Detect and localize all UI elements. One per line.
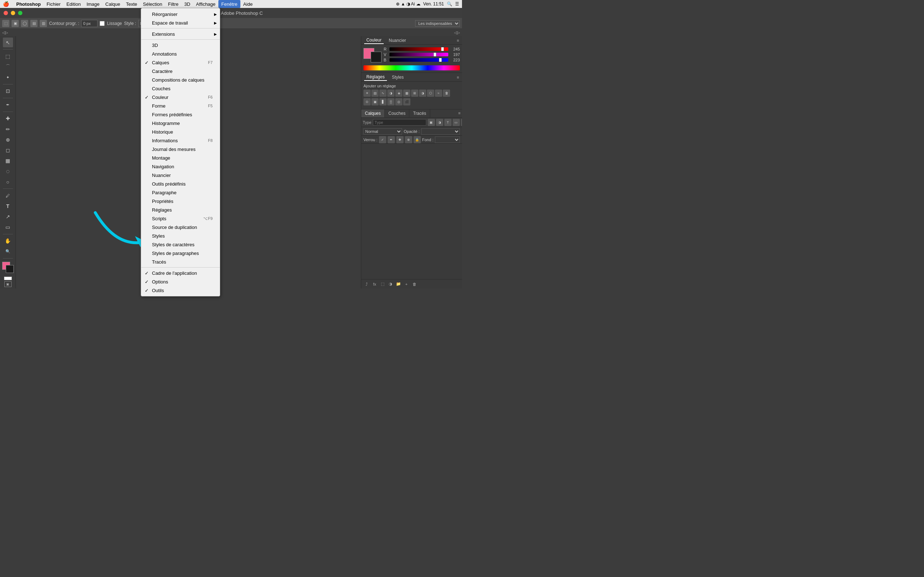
- menu-styles[interactable]: Styles: [141, 232, 220, 240]
- menu-proprietes[interactable]: Propriétés: [141, 197, 220, 205]
- lock-pixels-btn[interactable]: ✓: [379, 136, 386, 143]
- magic-wand-btn[interactable]: ✦: [3, 72, 13, 82]
- r-thumb[interactable]: [441, 47, 444, 51]
- menu-selection[interactable]: Sélection: [140, 0, 165, 8]
- adj-selectivecolor-icon[interactable]: ◎: [395, 98, 402, 105]
- clone-btn[interactable]: ⊕: [3, 135, 13, 144]
- menu-montage[interactable]: Montage: [141, 153, 220, 162]
- blend-mode-select[interactable]: Normal: [363, 128, 402, 135]
- layer-text-filter[interactable]: T: [444, 119, 452, 126]
- menu-3d[interactable]: 3D: [141, 41, 220, 50]
- adj-levels-icon[interactable]: ▤: [371, 90, 379, 97]
- ellipse-marquee-icon[interactable]: ◯: [21, 20, 28, 27]
- adj-vibrance-icon[interactable]: ◈: [395, 90, 402, 97]
- row-marquee-icon[interactable]: ▥: [40, 20, 47, 27]
- menu-fichier[interactable]: Fichier: [44, 0, 64, 8]
- menu-nuancier[interactable]: Nuancier: [141, 171, 220, 179]
- lock-position-btn[interactable]: ✒: [388, 136, 395, 143]
- text-btn[interactable]: T: [3, 201, 13, 211]
- fenetre-dropdown-menu[interactable]: Réorganiser Espace de travail Extensions…: [141, 8, 220, 288]
- new-adj-btn[interactable]: ◑: [387, 281, 394, 287]
- eraser-btn[interactable]: ◻: [3, 145, 13, 155]
- menu-paragraphe[interactable]: Paragraphe: [141, 188, 220, 197]
- move-tool-btn[interactable]: ↖: [3, 37, 13, 47]
- blur-btn[interactable]: ◌: [3, 166, 13, 176]
- menu-filtre[interactable]: Filtre: [165, 0, 182, 8]
- dodge-btn[interactable]: ○: [3, 177, 13, 187]
- menu-traces[interactable]: Tracés: [141, 258, 220, 266]
- menu-navigation[interactable]: Navigation: [141, 162, 220, 171]
- bg-color-swatch[interactable]: [6, 265, 14, 273]
- column-marquee-icon[interactable]: ▤: [31, 20, 37, 27]
- menu-aide[interactable]: Aide: [240, 0, 256, 8]
- marquee-tool-btn[interactable]: ⬚: [3, 51, 13, 61]
- menu-source-duplication[interactable]: Source de duplication: [141, 223, 220, 232]
- menu-outils-predef[interactable]: Outils prédéfinis: [141, 179, 220, 188]
- menu-texte[interactable]: Texte: [123, 0, 140, 8]
- rect-marquee-icon[interactable]: ▣: [11, 20, 19, 27]
- adj-threshold-icon[interactable]: ▋: [379, 98, 387, 105]
- adj-exposure-icon[interactable]: ◑: [387, 90, 395, 97]
- spectrum-bar[interactable]: [363, 65, 460, 71]
- layers-panel-menu[interactable]: ≡: [457, 110, 462, 118]
- adj-gradient-icon[interactable]: ▒: [387, 98, 395, 105]
- zoom-btn[interactable]: 🔍: [3, 247, 13, 256]
- layers-search-input[interactable]: [373, 119, 426, 126]
- adj-colorbalance-icon[interactable]: ⊞: [411, 90, 418, 97]
- adj-panel-close[interactable]: ≡: [457, 75, 459, 79]
- color-preview-container[interactable]: [363, 48, 381, 63]
- adj-trash-icon[interactable]: 🗑: [443, 90, 450, 97]
- pen-btn[interactable]: 🖊: [3, 191, 13, 200]
- menu-caractere[interactable]: Caractère: [141, 67, 220, 76]
- b-slider[interactable]: [389, 58, 448, 62]
- menu-reglages[interactable]: Réglages: [141, 205, 220, 214]
- healing-btn[interactable]: ✚: [3, 114, 13, 124]
- lissage-checkbox[interactable]: [100, 21, 104, 26]
- b-thumb[interactable]: [439, 58, 442, 62]
- tab-traces[interactable]: Tracés: [409, 110, 430, 118]
- menu-3d[interactable]: 3D: [181, 0, 193, 8]
- menu-calques[interactable]: ✓ Calques F7: [141, 58, 220, 67]
- notification-icon[interactable]: ☰: [455, 2, 459, 6]
- menu-fenetre[interactable]: Fenêtre: [219, 0, 240, 8]
- g-thumb[interactable]: [434, 53, 436, 56]
- contour-input[interactable]: [81, 20, 98, 27]
- menu-espace-travail[interactable]: Espace de travail: [141, 18, 220, 27]
- add-link-btn[interactable]: ⤴: [363, 281, 370, 287]
- adj-invert-icon[interactable]: ⊙: [363, 98, 371, 105]
- menu-formes-predef[interactable]: Formes prédéfinies: [141, 110, 220, 119]
- new-group-btn[interactable]: 📁: [395, 281, 402, 287]
- layer-shape-filter[interactable]: ▭: [453, 119, 460, 126]
- path-select-btn[interactable]: ↗: [3, 211, 13, 221]
- shape-btn[interactable]: ▭: [3, 222, 13, 232]
- crop-tool-btn[interactable]: ⊡: [3, 86, 13, 96]
- lock-all-btn[interactable]: ✚: [396, 136, 403, 143]
- menu-scripts[interactable]: Scripts ⌥F9: [141, 214, 220, 223]
- brush-btn[interactable]: ✏: [3, 124, 13, 134]
- menu-forme[interactable]: Forme F5: [141, 102, 220, 110]
- fond-input[interactable]: [435, 137, 460, 143]
- panel-toggle-left[interactable]: ◁▷: [2, 30, 8, 35]
- color-swatches[interactable]: [2, 262, 14, 273]
- r-slider[interactable]: [389, 47, 448, 51]
- close-button[interactable]: [3, 11, 8, 15]
- add-mask-btn[interactable]: ⬚: [379, 281, 386, 287]
- new-layer-btn[interactable]: +: [403, 281, 410, 287]
- menu-image[interactable]: Image: [84, 0, 103, 8]
- menu-cadre-app[interactable]: ✓ Cadre de l'application: [141, 269, 220, 277]
- menu-reorganiser[interactable]: Réorganiser: [141, 10, 220, 18]
- g-slider[interactable]: [389, 53, 448, 56]
- menu-photoshop[interactable]: Photoshop: [13, 0, 44, 8]
- menu-styles-caracteres[interactable]: Styles de caractères: [141, 240, 220, 249]
- adj-photo-icon[interactable]: ⬡: [427, 90, 434, 97]
- menu-styles-paragraphes[interactable]: Styles de paragraphes: [141, 249, 220, 258]
- menu-couches[interactable]: Couches: [141, 84, 220, 93]
- layer-smart-filter[interactable]: ◎: [461, 119, 462, 126]
- menu-compositions[interactable]: Compositions de calques: [141, 76, 220, 84]
- maximize-button[interactable]: [18, 11, 22, 15]
- search-icon[interactable]: 🔍: [447, 2, 452, 6]
- adj-channelmix-icon[interactable]: ≈: [435, 90, 442, 97]
- menu-histogramme[interactable]: Histogramme: [141, 119, 220, 127]
- workspace-select[interactable]: Les indispensables: [415, 20, 460, 27]
- tab-styles[interactable]: Styles: [390, 74, 406, 81]
